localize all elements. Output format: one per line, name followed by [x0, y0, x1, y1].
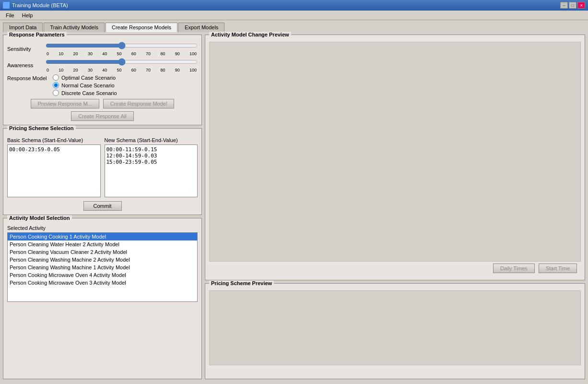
awareness-slider-container: 0 10 20 30 40 50 60 70 80 90 100: [46, 58, 198, 72]
preview-response-button[interactable]: Preview Response M...: [31, 99, 99, 108]
daily-times-button[interactable]: Daily Times: [493, 264, 535, 273]
list-item[interactable]: Person Cooking Microwave Oven 4 Activity…: [8, 271, 197, 279]
pricing-scheme-group: Pricing Scheme Selection Basic Schema (S…: [3, 128, 202, 215]
radio-normal[interactable]: Normal Case Scenario: [53, 82, 117, 88]
create-all-button-row: Create Response All: [7, 111, 198, 121]
tab-export-models[interactable]: Export Models: [178, 23, 224, 32]
selected-activity-label: Selected Activity: [7, 225, 198, 231]
tab-bar: Import Data Train Activity Models Create…: [0, 20, 588, 32]
menu-bar: File Help: [0, 11, 588, 20]
activity-model-change-preview-group: Activity Model Change Preview Daily Time…: [205, 35, 585, 280]
list-item[interactable]: Person Cleaning Vacuum Cleaner 2 Activit…: [8, 248, 197, 256]
radio-discrete-label: Discrete Case Scenario: [61, 90, 117, 96]
menu-help[interactable]: Help: [18, 12, 37, 19]
basic-schema-col: Basic Schema (Start-End-Value) 00:00-23:…: [7, 137, 101, 198]
title-bar: Training Module (BETA) ─ □ ✕: [0, 0, 588, 11]
sensitivity-label: Sensitivity: [7, 46, 46, 52]
close-button[interactable]: ✕: [577, 2, 585, 9]
activity-list-container: Person Cooking Cooking 1 Activity Model …: [7, 232, 198, 302]
create-response-all-button[interactable]: Create Response All: [71, 111, 133, 121]
new-schema-label: New Schema (Start-End-Value): [105, 137, 198, 143]
radio-optimal[interactable]: Optimal Case Scenario: [53, 74, 117, 81]
pricing-scheme-title: Pricing Scheme Selection: [7, 125, 76, 131]
activity-model-selection-title: Activity Model Selection: [7, 215, 72, 221]
sensitivity-slider-container: 0 10 20 30 40 50 60 70 80 90 100: [46, 42, 198, 56]
list-item[interactable]: Person Cleaning Washing Machine 2 Activi…: [8, 256, 197, 264]
basic-schema-textarea[interactable]: 00:00-23:59-0.05: [7, 144, 101, 197]
sensitivity-slider[interactable]: [46, 42, 198, 49]
right-panel: Activity Model Change Preview Daily Time…: [205, 35, 585, 379]
response-parameters-title: Response Parameters: [7, 32, 67, 37]
radio-discrete-input[interactable]: [53, 90, 59, 96]
radio-normal-label: Normal Case Scenario: [61, 83, 115, 88]
main-content: Response Parameters Sensitivity 0 10 20 …: [0, 32, 588, 382]
pricing-preview-canvas: [209, 290, 581, 365]
list-item[interactable]: Person Cleaning Water Heater 2 Activity …: [8, 240, 197, 248]
window-controls: ─ □ ✕: [560, 2, 585, 9]
tab-train-activity-models[interactable]: Train Activity Models: [44, 23, 104, 32]
new-schema-col: New Schema (Start-End-Value) 00:00-11:59…: [105, 137, 198, 198]
list-item[interactable]: Person Cooking Cooking 1 Activity Model: [8, 233, 197, 240]
pricing-scheme-preview-title: Pricing Scheme Preview: [209, 280, 274, 286]
radio-optimal-label: Optimal Case Scenario: [61, 75, 116, 81]
create-response-model-button[interactable]: Create Response Model: [103, 99, 175, 108]
commit-button-row: Commit: [7, 201, 198, 211]
response-buttons-row: Preview Response M... Create Response Mo…: [7, 99, 198, 108]
window-title: Training Module (BETA): [12, 2, 560, 8]
tab-import-data[interactable]: Import Data: [3, 23, 43, 32]
awareness-scale: 0 10 20 30 40 50 60 70 80 90 100: [46, 68, 198, 72]
list-item[interactable]: Person Cooking Microwave Oven 3 Activity…: [8, 279, 197, 287]
response-model-radio-group: Optimal Case Scenario Normal Case Scenar…: [53, 74, 117, 96]
sensitivity-row: Sensitivity 0 10 20 30 40 50 60 70 80 90: [7, 42, 198, 56]
restore-button[interactable]: □: [569, 2, 576, 9]
activity-preview-canvas: [209, 42, 581, 262]
response-model-row: Response Model Optimal Case Scenario Nor…: [7, 74, 198, 96]
pricing-columns: Basic Schema (Start-End-Value) 00:00-23:…: [7, 137, 198, 198]
start-time-button[interactable]: Start Time: [539, 264, 577, 273]
response-model-label: Response Model: [7, 74, 53, 81]
sensitivity-scale: 0 10 20 30 40 50 60 70 80 90 100: [46, 51, 198, 56]
list-item[interactable]: Person Cleaning Washing Machine 1 Activi…: [8, 264, 197, 271]
radio-discrete[interactable]: Discrete Case Scenario: [53, 90, 117, 96]
awareness-label: Awareness: [7, 62, 46, 68]
awareness-slider[interactable]: [46, 58, 198, 66]
radio-normal-input[interactable]: [53, 82, 59, 88]
activity-model-change-preview-title: Activity Model Change Preview: [209, 32, 291, 37]
activity-list[interactable]: Person Cooking Cooking 1 Activity Model …: [7, 232, 198, 302]
basic-schema-label: Basic Schema (Start-End-Value): [7, 137, 101, 143]
app-icon: [3, 2, 10, 9]
commit-button[interactable]: Commit: [83, 201, 122, 211]
minimize-button[interactable]: ─: [560, 2, 568, 9]
awareness-row: Awareness 0 10 20 30 40 50 60 70 80 90: [7, 58, 198, 72]
left-panel: Response Parameters Sensitivity 0 10 20 …: [3, 35, 202, 379]
pricing-scheme-preview-group: Pricing Scheme Preview: [205, 283, 585, 379]
menu-file[interactable]: File: [2, 12, 18, 19]
response-parameters-group: Response Parameters Sensitivity 0 10 20 …: [3, 35, 202, 125]
activity-preview-bottom-row: Daily Times Start Time: [209, 262, 581, 275]
new-schema-textarea[interactable]: 00:00-11:59-0.15 12:00-14:59-0.03 15:00-…: [105, 144, 198, 197]
radio-optimal-input[interactable]: [53, 74, 59, 81]
tab-create-response-models[interactable]: Create Response Models: [106, 23, 177, 32]
activity-model-selection-group: Activity Model Selection Selected Activi…: [3, 218, 202, 379]
